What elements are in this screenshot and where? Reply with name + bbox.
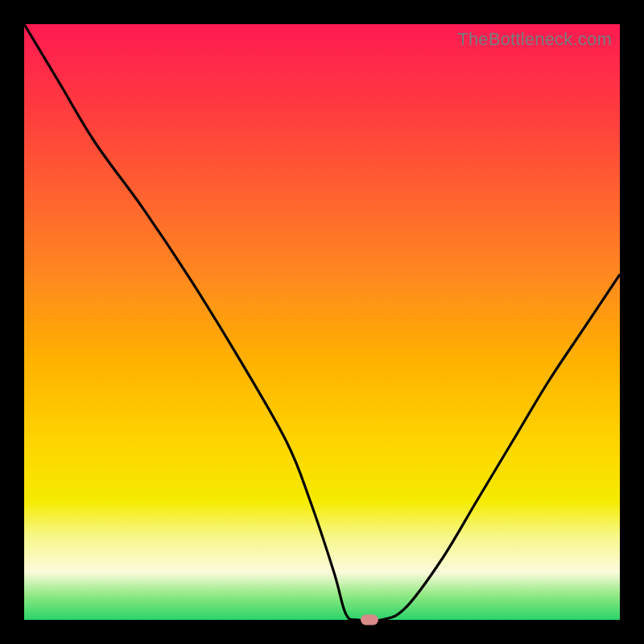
optimal-point-marker xyxy=(361,615,378,625)
chart-frame: TheBottleneck.com xyxy=(0,0,644,644)
plot-area: TheBottleneck.com xyxy=(24,24,620,620)
bottleneck-curve xyxy=(24,24,620,620)
